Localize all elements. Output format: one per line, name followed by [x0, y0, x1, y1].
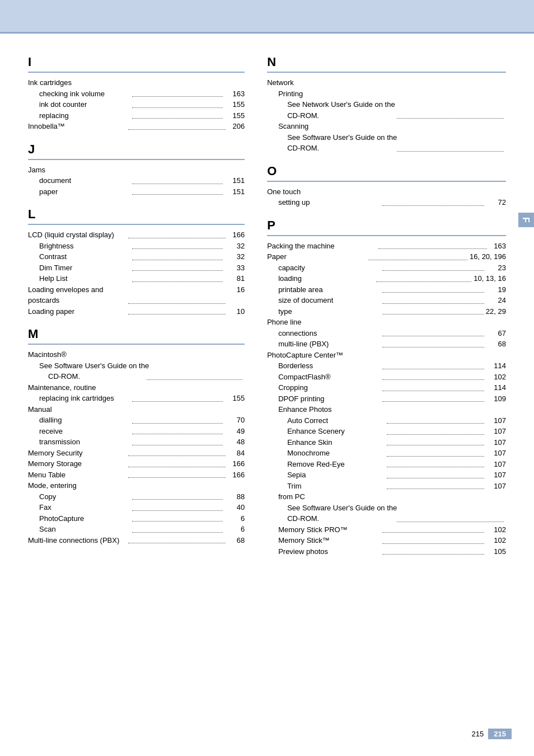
entry-dots — [387, 459, 484, 468]
entry-dots — [397, 110, 504, 119]
entry-label: Memory Security — [28, 448, 126, 459]
entry-label: Enhance Skin — [287, 437, 385, 448]
list-item: Auto Correct 107 — [267, 415, 506, 426]
entry-dots — [132, 110, 223, 119]
entry-pagenum: 114 — [486, 382, 506, 393]
entry-label: document — [39, 175, 130, 186]
entry-dots — [382, 306, 484, 315]
list-item: Loading envelopes and postcards 16 — [28, 284, 245, 306]
list-item: CD-ROM. — [267, 143, 506, 154]
entry-label: Mode, entering — [28, 480, 245, 491]
entry-dots — [128, 458, 226, 467]
entry-dots — [132, 186, 223, 195]
entry-dots — [382, 524, 484, 533]
entry-pagenum: 102 — [486, 372, 506, 383]
list-item: CompactFlash® 102 — [267, 372, 506, 383]
entry-label: Maintenance, routine — [28, 382, 245, 393]
list-item: type 22, 29 — [267, 306, 506, 317]
list-item: LCD (liquid crystal display) 166 — [28, 229, 245, 241]
section-letter: M — [28, 327, 245, 345]
list-item: Cropping 114 — [267, 382, 506, 393]
section-letter: L — [28, 207, 245, 225]
entry-pagenum: 10, 13, 16 — [474, 273, 506, 284]
entry-label: connections — [278, 328, 380, 339]
entry-label: PhotoCapture Center™ — [267, 350, 506, 361]
entry-pagenum: 10 — [228, 306, 245, 317]
entry-label: setting up — [278, 197, 380, 208]
entry-label: checking ink volume — [39, 88, 130, 100]
entry-label: Borderless — [278, 360, 380, 372]
list-item: See Software User's Guide on the — [267, 132, 506, 143]
entry-pagenum: 49 — [225, 426, 245, 437]
entry-label: Auto Correct — [287, 415, 385, 426]
list-item: CD-ROM. — [267, 513, 506, 524]
list-item: setting up 72 — [267, 197, 506, 208]
entry-label: Scan — [39, 524, 130, 535]
main-content: I Ink cartridges checking ink volume 163… — [0, 34, 534, 590]
entry-label: Cropping — [278, 382, 380, 393]
entry-dots — [376, 273, 472, 282]
list-item: Borderless 114 — [267, 360, 506, 372]
entry-pagenum: 32 — [225, 241, 245, 252]
entry-dots — [132, 262, 223, 271]
entry-label: Network — [267, 77, 506, 88]
entry-pagenum: 88 — [225, 491, 245, 503]
entry-dots — [382, 535, 484, 544]
list-item: Help List 81 — [28, 273, 245, 284]
entry-dots — [132, 513, 223, 522]
entry-dots — [132, 524, 223, 533]
entry-label: replacing — [39, 110, 130, 121]
index-section: I Ink cartridges checking ink volume 163… — [28, 55, 245, 132]
entry-dots — [128, 121, 226, 130]
entry-pagenum: 33 — [225, 262, 245, 274]
section-letter: O — [267, 164, 506, 182]
index-section: L LCD (liquid crystal display) 166 Brigh… — [28, 207, 245, 317]
entry-pagenum: 109 — [486, 393, 506, 405]
index-section: N Network Printing See Network User's Gu… — [267, 55, 506, 154]
entry-label: multi-line (PBX) — [278, 339, 380, 350]
entry-label: Memory Stick™ — [278, 535, 380, 546]
list-item: Preview photos 105 — [267, 546, 506, 557]
entry-label: Macintosh® — [28, 349, 245, 360]
list-item: from PC — [267, 491, 506, 503]
index-section: O One touch setting up 72 — [267, 164, 506, 208]
entry-label: Brightness — [39, 241, 130, 252]
entry-pagenum: 107 — [486, 469, 506, 481]
list-item: capacity 23 — [267, 262, 506, 274]
entry-label: Help List — [39, 273, 130, 284]
list-item: Manual — [28, 404, 245, 415]
entry-pagenum: 67 — [486, 328, 506, 339]
entry-label: type — [278, 306, 380, 317]
entry-dots — [132, 175, 223, 184]
entry-label: Preview photos — [278, 546, 380, 557]
list-item: Innobella™ 206 — [28, 121, 245, 132]
entry-dots — [378, 241, 487, 250]
list-item: Sepia 107 — [267, 469, 506, 481]
entry-pagenum: 70 — [225, 415, 245, 426]
left-column: I Ink cartridges checking ink volume 163… — [28, 45, 261, 557]
entry-label: Packing the machine — [267, 241, 376, 252]
list-item: Enhance Skin 107 — [267, 437, 506, 448]
entry-pagenum: 16 — [228, 284, 245, 306]
entry-pagenum: 107 — [486, 426, 506, 437]
entry-pagenum: 19 — [486, 284, 506, 295]
list-item: Printing — [267, 88, 506, 100]
entry-dots — [387, 415, 484, 424]
entry-dots — [382, 328, 484, 337]
entry-label: Jams — [28, 165, 245, 176]
list-item: Enhance Scenery 107 — [267, 426, 506, 437]
entry-label: Enhance Photos — [278, 404, 506, 415]
list-item: Multi-line connections (PBX) 68 — [28, 535, 245, 546]
entry-dots — [382, 393, 484, 402]
entry-pagenum: 105 — [486, 546, 506, 557]
entry-label: Paper — [267, 251, 366, 262]
entry-label: Memory Storage — [28, 458, 126, 469]
entry-dots — [382, 546, 484, 555]
entry-dots — [387, 426, 484, 435]
entry-pagenum: 166 — [228, 458, 245, 469]
entry-dots — [132, 88, 223, 97]
list-item: CD-ROM. — [28, 371, 245, 382]
entry-label: CompactFlash® — [278, 372, 380, 383]
entry-label: See Software User's Guide on the — [287, 132, 506, 143]
entry-dots — [382, 360, 484, 369]
